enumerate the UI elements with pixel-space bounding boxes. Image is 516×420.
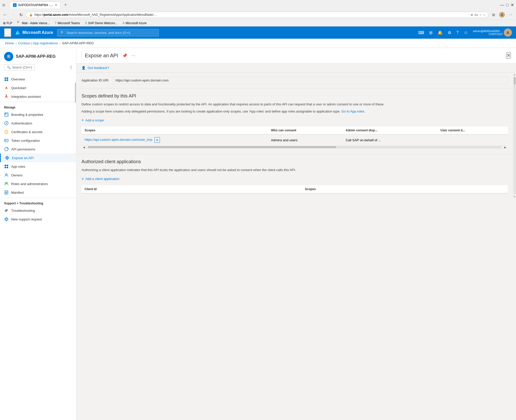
- sidebar-item-roles-admin-label: Roles and administrators: [11, 182, 48, 186]
- tab-group-icon[interactable]: ⊟: [2, 3, 6, 7]
- sidebar-item-troubleshooting[interactable]: Troubleshooting: [0, 206, 76, 215]
- bookmark-sap-label: SAP Demo Welcom...: [88, 21, 118, 25]
- right-scrollbar[interactable]: ▲ ▼: [513, 73, 516, 199]
- sidebar-app-name: SAP-APIM-APP-REG: [16, 54, 56, 59]
- svg-rect-21: [7, 140, 8, 141]
- sidebar-item-new-support-label: New support request: [11, 217, 42, 221]
- bookmark-flp[interactable]: ⊞ FLP: [2, 21, 13, 25]
- svg-rect-27: [7, 165, 8, 166]
- sidebar-scrollbar-thumb[interactable]: [75, 82, 76, 103]
- settings-button[interactable]: ⚙: [446, 28, 453, 37]
- breadcrumb: Home › Contoso | App registrations › SAP…: [0, 39, 516, 48]
- h-scroll-thumb[interactable]: [88, 146, 336, 148]
- close-window-button[interactable]: ✕: [511, 3, 514, 7]
- address-bar[interactable]: 🔒 https://portal.azure.com/#view/Microso…: [26, 12, 488, 18]
- sidebar-item-quickstart[interactable]: Quickstart: [0, 83, 76, 92]
- azure-search-placeholder: Search resources, services, and docs (G+…: [66, 31, 130, 35]
- bookmark-teams-label: Microsoft Teams: [58, 21, 80, 25]
- sidebar-item-integration-label: Integration assistant: [11, 95, 41, 99]
- favorite-icon[interactable]: ☆: [479, 13, 482, 17]
- sidebar-item-owners[interactable]: Owners: [0, 171, 76, 179]
- forward-button[interactable]: →: [10, 11, 16, 18]
- admin-consent-cell: Call SAP on-behalf of ...: [343, 134, 437, 146]
- sidebar-item-certificates[interactable]: Certificates & secrets: [0, 128, 76, 136]
- reader-view-icon[interactable]: Aa: [474, 13, 478, 16]
- sidebar-item-authentication[interactable]: Authentication: [0, 119, 76, 128]
- sidebar-item-token[interactable]: Token configuration: [0, 136, 76, 145]
- scope-url-link[interactable]: https://api.custom-apim.domain.com/user_…: [85, 138, 152, 142]
- reading-mode-icon[interactable]: ⊞: [471, 13, 473, 17]
- feedback-bar[interactable]: 👤 Got feedback?: [76, 63, 516, 73]
- sidebar-item-app-roles[interactable]: App roles: [0, 162, 76, 171]
- more-options-button[interactable]: ⋯: [130, 52, 137, 59]
- bookmark-sap[interactable]: S SAP Demo Welcom...: [84, 21, 119, 25]
- user-profile-button[interactable]: A: [498, 11, 506, 19]
- panel-header-icons: 📌 ⋯: [121, 52, 137, 59]
- extensions-button[interactable]: ⊞: [491, 12, 497, 18]
- add-client-label: Add a client application: [85, 177, 119, 181]
- pin-button[interactable]: 📌: [121, 52, 128, 59]
- collections-icon[interactable]: □: [483, 13, 485, 16]
- scroll-up-arrow[interactable]: ▲: [513, 73, 516, 76]
- hamburger-menu-button[interactable]: ☰: [4, 28, 11, 37]
- azure-user-avatar[interactable]: A: [504, 29, 512, 37]
- copy-scope-button[interactable]: ⧉: [154, 137, 160, 143]
- scroll-thumb[interactable]: [514, 77, 516, 85]
- sidebar-item-new-support[interactable]: New support request: [0, 215, 76, 223]
- authorized-section-title: Authorized client applications: [82, 159, 508, 164]
- panel-header: Expose an API 📌 ⋯ ✕: [76, 48, 516, 63]
- authorized-section: Authorized client applications Authorizi…: [76, 154, 513, 199]
- app-id-uri-input[interactable]: [113, 77, 508, 84]
- sidebar-item-roles-admin[interactable]: Roles and administrators: [0, 179, 76, 188]
- h-scroll-right[interactable]: ▶: [503, 146, 508, 149]
- go-to-app-roles-link[interactable]: Go to App roles.: [341, 109, 365, 113]
- back-button[interactable]: ←: [2, 11, 8, 18]
- horizontal-scrollbar[interactable]: ◀ ▶: [82, 146, 508, 149]
- scroll-down-arrow[interactable]: ▼: [513, 195, 516, 199]
- maximize-button[interactable]: □: [506, 3, 509, 7]
- sidebar-item-branding[interactable]: Branding & properties: [0, 110, 76, 119]
- sidebar-item-certificates-label: Certificates & secrets: [11, 130, 43, 134]
- add-scope-button[interactable]: + Add a scope: [82, 116, 104, 124]
- feedback-button[interactable]: ☺: [462, 28, 470, 37]
- refresh-button[interactable]: ↻: [18, 11, 24, 18]
- azure-search-box[interactable]: 🔍 Search resources, services, and docs (…: [57, 29, 159, 36]
- bookmark-mail[interactable]: Mail - Adele Vance...: [16, 20, 51, 26]
- svg-rect-20: [6, 140, 7, 141]
- browser-tab[interactable]: A SAPODATAAPIMPM4 - Microsof... ✕: [10, 2, 61, 8]
- sidebar-item-authentication-label: Authentication: [11, 121, 32, 125]
- new-tab-button[interactable]: +: [63, 2, 69, 8]
- breadcrumb-app-registrations[interactable]: Contoso | App registrations: [18, 41, 58, 45]
- minimize-button[interactable]: —: [500, 3, 504, 7]
- scroll-track: [514, 77, 516, 194]
- app-roles-icon: [4, 164, 9, 169]
- sidebar-search[interactable]: 🔍 Search (Ctrl+/): [4, 64, 35, 71]
- bookmark-azure[interactable]: A Microsoft Azure: [121, 21, 148, 25]
- bookmark-teams[interactable]: T Microsoft Teams: [54, 21, 81, 25]
- azure-user-tenant: CONTOSO: [489, 33, 503, 36]
- url-path: /#view/Microsoft_AAD_RegisteredApps/Appl…: [68, 13, 156, 17]
- help-button[interactable]: ?: [454, 28, 461, 37]
- sidebar-item-expose-api[interactable]: Expose an API: [0, 153, 76, 162]
- sidebar-item-integration[interactable]: Integration assistant: [0, 92, 76, 101]
- directory-button[interactable]: ⊞: [427, 28, 434, 37]
- sidebar-item-api-permissions[interactable]: API permissions: [0, 145, 76, 153]
- h-scroll-left[interactable]: ◀: [82, 146, 87, 149]
- cloud-shell-button[interactable]: ⌨: [416, 28, 426, 37]
- svg-rect-14: [7, 113, 8, 114]
- panel-close-button[interactable]: ✕: [506, 52, 511, 59]
- tab-close-button[interactable]: ✕: [55, 3, 57, 7]
- sidebar-item-manifest[interactable]: Manifest: [0, 188, 76, 197]
- svg-rect-6: [7, 77, 8, 79]
- add-client-button[interactable]: + Add a client application: [82, 175, 119, 183]
- url-protocol: https://: [34, 13, 44, 17]
- sidebar-item-overview[interactable]: Overview: [0, 75, 76, 83]
- breadcrumb-home[interactable]: Home: [5, 41, 14, 45]
- browser-menu-button[interactable]: ⋯: [507, 12, 514, 18]
- svg-rect-26: [5, 165, 6, 166]
- sidebar-collapse-button[interactable]: 《: [68, 65, 72, 70]
- url-display: https://portal.azure.com/#view/Microsoft…: [34, 13, 469, 17]
- browser-toolbar: ⊞ A ⋯: [491, 11, 514, 19]
- svg-rect-8: [7, 79, 8, 81]
- notifications-button[interactable]: 🔔: [436, 28, 445, 37]
